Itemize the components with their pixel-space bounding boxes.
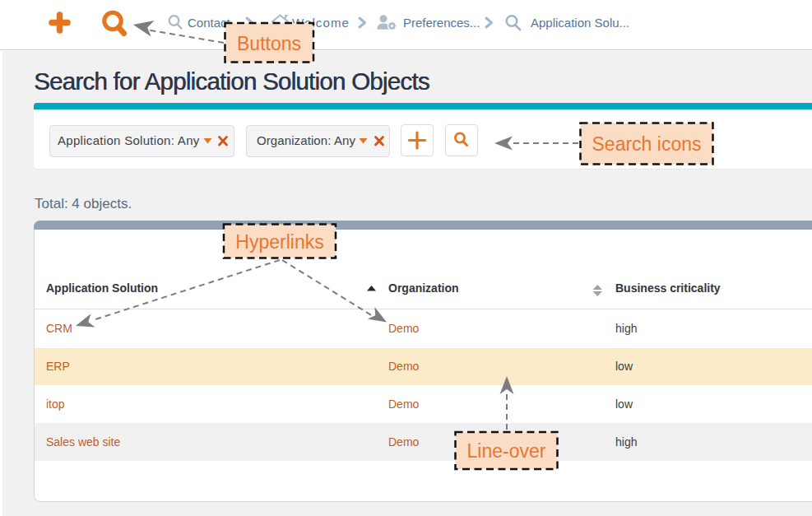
svg-text:Line-over: Line-over [467, 440, 546, 462]
svg-text:Search icons: Search icons [592, 133, 702, 155]
svg-text:Buttons: Buttons [237, 33, 301, 54]
svg-text:Hyperlinks: Hyperlinks [235, 231, 323, 253]
